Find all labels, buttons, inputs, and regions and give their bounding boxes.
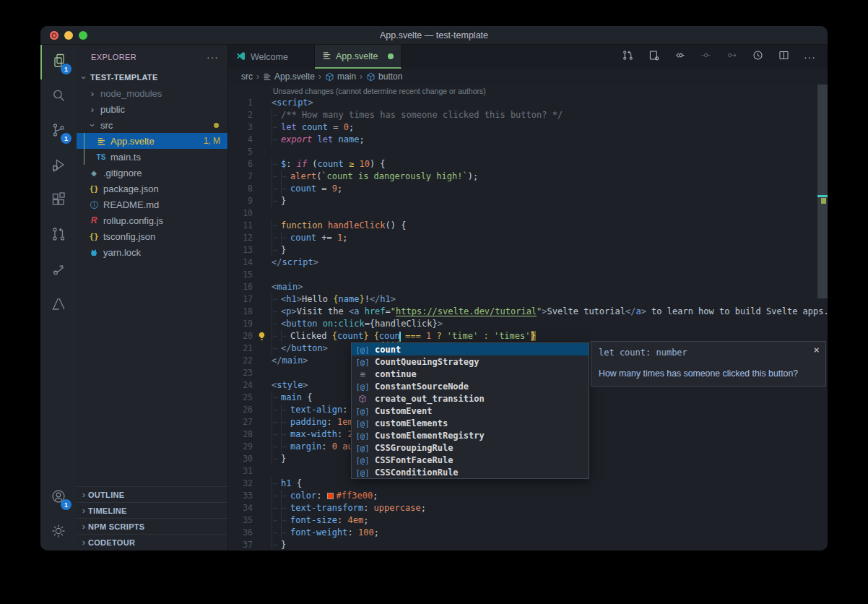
suggestion-cssconditionrule[interactable]: [@]CSSConditionRule [352, 466, 589, 478]
code-line-34[interactable]: 34text-transform: uppercase; [228, 502, 828, 514]
line-number: 18 [228, 306, 253, 318]
code-line-18[interactable]: 18<p>Visit the <a href="https://svelte.d… [228, 306, 828, 318]
suggestion-continue[interactable]: ≡continue [352, 368, 589, 380]
indent-guide [281, 428, 290, 441]
suggestion-customelements[interactable]: [@]customElements [352, 417, 589, 429]
tree-item-readme-md[interactable]: README.md [77, 197, 227, 212]
panel-outline[interactable]: ›OUTLINE [77, 486, 227, 502]
suggestion-create_out_transition[interactable]: create_out_transition [352, 392, 589, 405]
breadcrumb-app-svelte[interactable]: App.svelte [263, 72, 315, 82]
settings-button[interactable] [40, 515, 77, 550]
code-line-5[interactable]: 5 [228, 146, 828, 158]
suggestion-count[interactable]: [@]count [352, 343, 589, 355]
code-line-36[interactable]: 36font-weight: 100; [228, 527, 828, 539]
code-line-10[interactable]: 10 [228, 207, 828, 220]
file-lines-icon [263, 72, 272, 81]
sidebar-item-explorer[interactable]: 1 [40, 45, 77, 79]
suggestion-customelementregistry[interactable]: [@]CustomElementRegistry [352, 429, 589, 441]
typescript-file-icon: TS [95, 153, 107, 161]
tree-item-public[interactable]: ›public [77, 101, 227, 117]
suggestion-cssfontfacerule[interactable]: [@]CSSFontFaceRule [352, 454, 589, 466]
indent-guide [272, 244, 281, 256]
line-number: 35 [228, 514, 253, 527]
traffic-lights [50, 31, 87, 40]
tree-item-src[interactable]: ›src [77, 117, 227, 133]
breadcrumb-main[interactable]: main [325, 72, 356, 82]
navigate-back-icon[interactable] [674, 49, 686, 64]
close-icon[interactable]: × [814, 345, 820, 355]
tree-item-rollup-config-js[interactable]: Rrollup.config.js [77, 212, 227, 228]
tree-item--gitignore[interactable]: ◆.gitignore [77, 165, 227, 181]
timeline-history-icon[interactable] [752, 49, 764, 64]
tree-item-tsconfig-json[interactable]: {}tsconfig.json [77, 228, 227, 244]
code-line-8[interactable]: 8count = 9; [228, 183, 828, 195]
panel-codetour[interactable]: ›CODETOUR [77, 534, 227, 550]
split-editor-icon[interactable] [778, 49, 790, 64]
next-change-icon[interactable] [726, 49, 738, 64]
code-line-9[interactable]: 9} [228, 195, 828, 207]
suggestion-constantsourcenode[interactable]: [@]ConstantSourceNode [352, 380, 589, 392]
tree-item-package-json[interactable]: {}package.json [77, 181, 227, 197]
gitlens-annotation[interactable]: Unsaved changes (cannot determine recent… [228, 86, 828, 97]
more-actions-icon[interactable]: ··· [804, 51, 816, 63]
svelte-file-icon [95, 137, 107, 146]
sidebar-item-github-pull-requests[interactable] [40, 218, 77, 253]
code-line-15[interactable]: 15 [228, 269, 828, 281]
code-line-37[interactable]: 37} [228, 539, 828, 550]
explorer-sidebar: EXPLORER ··· › TEST-TEMPLATE ›node_modul… [77, 45, 228, 550]
breadcrumb-button[interactable]: button [366, 72, 402, 82]
code-line-32[interactable]: 32h1 { [228, 478, 828, 490]
suggestion-cssgroupingrule[interactable]: [@]CSSGroupingRule [352, 441, 589, 454]
tree-item-main-ts[interactable]: TSmain.ts [77, 149, 227, 165]
zoom-window-button[interactable] [79, 31, 87, 40]
close-window-button[interactable] [50, 31, 58, 40]
compare-changes-icon[interactable] [622, 49, 634, 64]
code-line-2[interactable]: 2/** How many times has someone clicked … [228, 109, 828, 121]
tree-item-app-svelte[interactable]: App.svelte1, M [77, 133, 227, 149]
title-bar[interactable]: App.svelte — test-template [40, 26, 828, 45]
code-line-12[interactable]: 12count += 1; [228, 232, 828, 244]
code-line-17[interactable]: 17<h1>Hello {name}!</h1> [228, 293, 828, 306]
sidebar-item-live-share[interactable] [40, 253, 77, 288]
code-editor[interactable]: Unsaved changes (cannot determine recent… [228, 85, 828, 550]
workspace-section-header[interactable]: › TEST-TEMPLATE [77, 69, 227, 85]
color-swatch [327, 493, 334, 499]
panel-timeline[interactable]: ›TIMELINE [77, 502, 227, 518]
json-file-icon: {} [88, 232, 100, 241]
code-line-1[interactable]: 1<script> [228, 97, 828, 109]
code-line-33[interactable]: 33color: #ff3e00; [228, 490, 828, 502]
minimize-window-button[interactable] [64, 31, 73, 40]
scrollbar-thumb[interactable] [817, 85, 828, 298]
code-line-16[interactable]: 16<main> [228, 281, 828, 293]
code-line-3[interactable]: 3let count = 0; [228, 121, 828, 134]
sidebar-item-search[interactable] [40, 79, 77, 114]
line-number: 17 [228, 293, 253, 306]
tree-item-yarn-lock[interactable]: yarn.lock [77, 244, 227, 260]
code-line-19[interactable]: 19<button on:click={handleClick}> [228, 318, 828, 330]
code-line-4[interactable]: 4export let name; [228, 134, 828, 146]
sidebar-item-extensions[interactable] [40, 184, 77, 218]
tab-welcome[interactable]: Welcome [228, 45, 315, 69]
tree-item-node-modules[interactable]: ›node_modules [77, 85, 227, 101]
accounts-button[interactable]: 1 [40, 480, 77, 515]
explorer-more-actions-icon[interactable]: ··· [207, 51, 219, 63]
tab-app-svelte[interactable]: App.svelte [315, 45, 402, 69]
panel-npm-scripts[interactable]: ›NPM SCRIPTS [77, 518, 227, 534]
line-number: 8 [228, 183, 253, 195]
sidebar-item-run-debug[interactable] [40, 149, 77, 184]
vertical-scrollbar[interactable] [817, 85, 828, 550]
suggestion-customevent[interactable]: [@]CustomEvent [352, 405, 589, 417]
suggestion-countqueuingstrategy[interactable]: [@]CountQueuingStrategy [352, 355, 589, 368]
code-line-11[interactable]: 11function handleClick() { [228, 220, 828, 232]
line-number: 30 [228, 453, 253, 465]
code-line-14[interactable]: 14</script> [228, 256, 828, 269]
sidebar-item-source-control[interactable]: 1 [40, 114, 77, 149]
breadcrumb-src[interactable]: src [241, 72, 253, 82]
open-changes-icon[interactable] [648, 49, 660, 64]
sidebar-item-azure[interactable] [40, 288, 77, 322]
code-line-35[interactable]: 35font-size: 4em; [228, 514, 828, 527]
code-line-13[interactable]: 13} [228, 244, 828, 256]
code-line-6[interactable]: 6$: if (count ≥ 10) { [228, 158, 828, 171]
previous-change-icon[interactable] [700, 49, 712, 64]
code-line-7[interactable]: 7alert(`count is dangerously high!`); [228, 171, 828, 183]
